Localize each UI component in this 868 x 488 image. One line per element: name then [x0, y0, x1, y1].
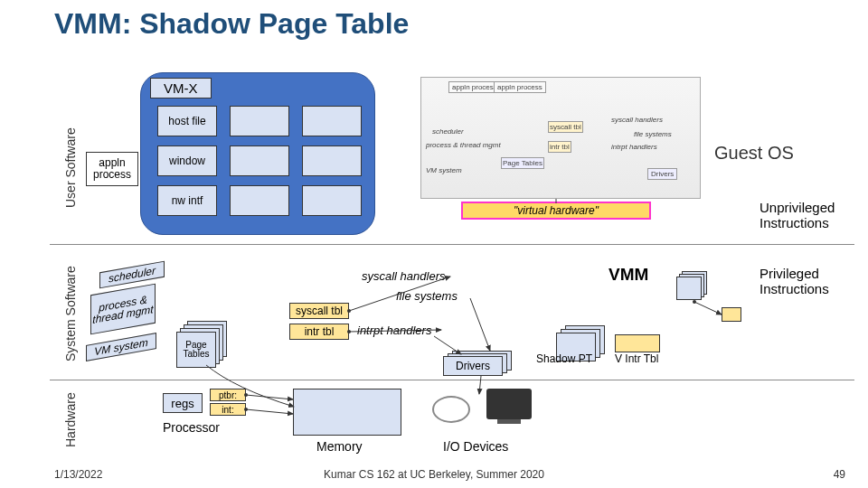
vm-slot-empty — [230, 185, 289, 216]
svg-line-8 — [694, 302, 722, 314]
disk-icon — [432, 396, 470, 423]
unprivileged-label: Unprivileged Instructions — [760, 201, 868, 230]
vmm-label: VMM — [609, 265, 648, 285]
int-box: int: — [210, 403, 246, 416]
vm-system-label: VM system — [86, 333, 156, 361]
memory-label: Memory — [316, 439, 363, 454]
slide-title: VMM: Shadow Page Table — [54, 7, 409, 41]
separator-line — [50, 244, 854, 245]
privileged-label: Privileged Instructions — [760, 267, 868, 296]
io-devices-label: I/O Devices — [443, 439, 508, 454]
window-box: window — [157, 145, 217, 176]
syscall-handlers-label: syscall handlers — [362, 269, 446, 283]
intr-tbl-box: intr tbl — [289, 324, 349, 340]
vintr-tbl-box — [615, 334, 660, 352]
svg-line-4 — [470, 298, 490, 351]
processor-label: Processor — [163, 420, 220, 435]
svg-line-7 — [246, 409, 293, 414]
intrpt-handlers-label: intrpt handlers — [357, 324, 431, 337]
shadow-pt-label: Shadow PT — [536, 352, 592, 365]
vm-slot-empty — [230, 145, 289, 176]
memory-box — [293, 389, 401, 436]
nw-intf-box: nw intf — [157, 185, 217, 216]
monitor-stand-icon — [497, 419, 521, 424]
footer-attribution: Kumar CS 162 at UC Berkeley, Summer 2020 — [324, 468, 544, 481]
vm-slot-empty — [302, 106, 362, 136]
guest-os-label: Guest OS — [714, 143, 794, 164]
file-systems-label: file systems — [396, 289, 458, 303]
vm-slot-empty — [230, 106, 289, 136]
footer-date: 1/13/2022 — [54, 468, 102, 481]
vm-slot-empty — [302, 145, 362, 176]
vintr-tbl-label: V Intr Tbl — [615, 352, 658, 365]
vm-x-header: VM-X — [150, 78, 212, 99]
appln-process-box: appln process — [86, 152, 138, 186]
syscall-tbl-box: syscall tbl — [289, 303, 349, 319]
host-file-box: host file — [157, 106, 217, 136]
separator-line — [50, 380, 854, 380]
row-label-hardware: Hardware — [63, 392, 78, 447]
vmm-small-yellow — [722, 307, 741, 322]
ptbr-box: ptbr: — [210, 389, 246, 401]
guest-os-thumbnail: appln process appln process scheduler pr… — [420, 77, 701, 199]
svg-line-9 — [479, 376, 481, 394]
svg-line-6 — [246, 395, 293, 399]
vm-x-container: VM-X host file window nw intf — [140, 72, 375, 235]
drivers-stack: Drivers — [443, 351, 514, 376]
regs-box: regs — [163, 393, 203, 413]
virtual-hardware-label: "virtual hardware" — [461, 202, 651, 220]
footer-page-number: 49 — [834, 468, 845, 481]
row-label-user: User Software — [63, 127, 78, 208]
vmm-small-stack — [676, 271, 709, 302]
row-label-system: System Software — [63, 266, 78, 361]
page-tables-stack: Page Tables — [176, 321, 227, 364]
vm-slot-empty — [302, 185, 362, 216]
ptm-label: process & thread mgmt — [90, 284, 156, 335]
monitor-icon — [486, 389, 532, 419]
